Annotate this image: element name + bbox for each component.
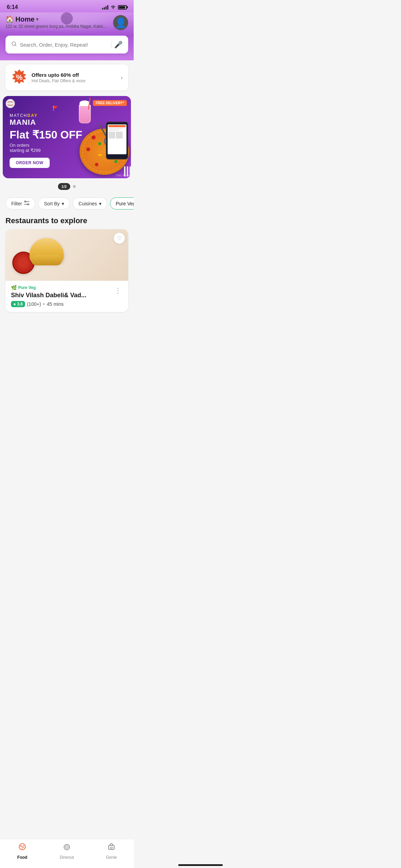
cuisines-chevron-icon: ▾ [99, 201, 101, 206]
wifi-icon [110, 4, 116, 10]
section-heading: Restaurants to explore [0, 214, 134, 229]
food-thumbnail [5, 229, 128, 281]
cuisines-button[interactable]: Cuisines ▾ [73, 197, 107, 209]
pure-veg-badge: 🌿 Pure Veg [11, 285, 113, 290]
heart-icon: ♡ [117, 235, 122, 242]
rating-badge: ★ 3.6 [11, 301, 25, 307]
delivery-time: 45 mins [47, 301, 63, 307]
more-options-button[interactable]: ⋮ [113, 285, 123, 296]
pure-veg-filter[interactable]: Pure Veg [110, 197, 134, 209]
filter-row: Filter Sort By ▾ Cuisines ▾ Pure Veg [0, 195, 134, 214]
restaurant-card[interactable]: ♡ 🌿 Pure Veg Shiv Vilash Dabeli& Vad... … [5, 229, 128, 312]
filter-button[interactable]: Filter [5, 197, 35, 209]
header: 🏠 Home ▾ 122 w, 32 street greens burg pa… [0, 12, 134, 36]
offers-subtitle: Hot Deals, Flat Offers & more [32, 79, 117, 83]
phone-mockup [106, 122, 128, 159]
filter-sliders-icon [24, 201, 29, 206]
restaurant-image: ♡ [5, 229, 128, 281]
pure-veg-filter-label: Pure Veg [116, 201, 134, 206]
carousel-inactive-dot[interactable] [73, 185, 76, 188]
avatar-button[interactable]: 👤 [113, 15, 128, 30]
status-icons [102, 4, 127, 10]
signal-icon [102, 5, 108, 10]
user-icon: 👤 [115, 17, 127, 28]
sort-by-button[interactable]: Sort By ▾ [38, 197, 70, 209]
offers-title: Offers upto 60% off [32, 72, 117, 78]
promo-banner[interactable]: FREE DELIVERY* 🚩 MATCHDAY MANIA Flat ₹15… [3, 96, 131, 178]
wishlist-button[interactable]: ♡ [114, 233, 125, 244]
star-icon: ★ [13, 302, 16, 306]
svg-point-5 [27, 204, 29, 205]
restaurant-name: Shiv Vilash Dabeli& Vad... [11, 292, 113, 299]
main-content: % Offers upto 60% off Hot Deals, Flat Of… [0, 64, 134, 345]
search-divider [111, 41, 111, 48]
location-dropdown-icon: ▾ [36, 16, 38, 22]
battery-icon [118, 5, 127, 10]
location-section[interactable]: 🏠 Home ▾ 122 w, 32 street greens burg pa… [5, 15, 113, 29]
restaurant-details: 🌿 Pure Veg Shiv Vilash Dabeli& Vad... ★ … [11, 285, 113, 307]
reviews-text: (100+) [27, 301, 41, 307]
carousel-dots: 1/2 [0, 183, 134, 190]
cuisines-label: Cuisines [78, 201, 97, 206]
offers-text: Offers upto 60% off Hot Deals, Flat Offe… [32, 72, 117, 83]
sort-chevron-icon: ▾ [62, 201, 64, 206]
svg-point-3 [25, 201, 26, 202]
microphone-icon[interactable]: 🎤 [114, 40, 123, 49]
status-bar: 6:14 [0, 0, 134, 12]
leaf-icon: 🌿 [11, 285, 17, 290]
home-icon: 🏠 [5, 15, 14, 23]
pure-veg-label: Pure Veg [18, 285, 36, 290]
restaurant-info: 🌿 Pure Veg Shiv Vilash Dabeli& Vad... ★ … [5, 281, 128, 312]
separator: • [43, 301, 45, 307]
order-now-button[interactable]: ORDER NOW [10, 158, 50, 168]
location-address: 122 w, 32 street greens burg pa, Ambika … [5, 24, 113, 29]
rating-value: 3.6 [17, 302, 23, 306]
offers-chevron-icon: › [121, 74, 123, 81]
restaurant-meta: ★ 3.6 (100+) • 45 mins [11, 301, 113, 307]
carousel-active-dot[interactable]: 1/2 [58, 183, 70, 190]
search-input[interactable] [20, 42, 108, 48]
filter-label: Filter [11, 201, 22, 206]
search-section: 🎤 [0, 36, 134, 60]
search-icon [11, 41, 17, 49]
promo-section: FREE DELIVERY* 🚩 MATCHDAY MANIA Flat ₹15… [0, 95, 134, 178]
offers-banner[interactable]: % Offers upto 60% off Hot Deals, Flat Of… [5, 64, 128, 91]
status-time: 6:14 [7, 4, 18, 10]
location-label: Home [15, 15, 35, 23]
sort-by-label: Sort By [44, 201, 60, 206]
search-bar[interactable]: 🎤 [5, 36, 128, 53]
svg-point-0 [12, 42, 16, 46]
offers-badge-icon: % [11, 69, 27, 86]
